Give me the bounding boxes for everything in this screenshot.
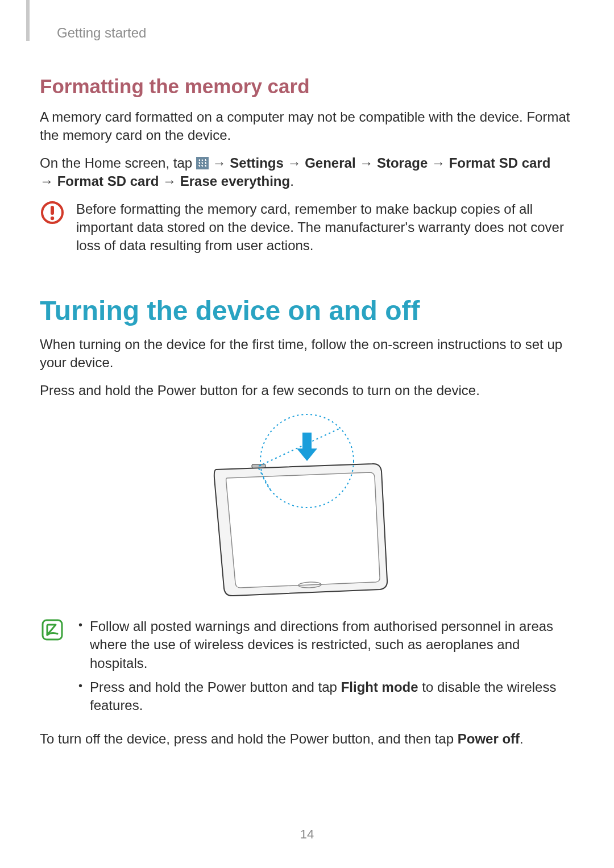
note-item-1: Follow all posted warnings and direction…	[90, 617, 574, 672]
path-end: .	[290, 173, 294, 189]
path-format1: Format SD card	[449, 155, 551, 171]
figure-device-power	[40, 410, 574, 600]
apps-icon	[196, 157, 209, 169]
note-body: Follow all posted warnings and direction…	[76, 617, 574, 721]
path-general: General	[305, 155, 355, 171]
paragraph-format-intro: A memory card formatted on a computer ma…	[40, 108, 574, 145]
note-item-2-b: Flight mode	[341, 679, 418, 695]
svg-marker-9	[297, 448, 317, 461]
svg-rect-1	[51, 206, 54, 215]
svg-point-2	[51, 216, 54, 219]
chapter-title: Getting started	[57, 25, 574, 41]
path-arrow: →	[428, 155, 449, 171]
path-erase: Erase everything	[180, 173, 290, 189]
svg-line-7	[259, 428, 341, 466]
note-item-2-a: Press and hold the Power button and tap	[90, 679, 341, 695]
section-heading-turning: Turning the device on and off	[40, 295, 574, 326]
note-item-2: Press and hold the Power button and tap …	[90, 678, 574, 715]
warning-text: Before formatting the memory card, remem…	[76, 200, 574, 255]
paragraph-power-hold: Press and hold the Power button for a fe…	[40, 381, 574, 400]
path-intro: On the Home screen, tap	[40, 155, 196, 171]
header-tab-mark	[26, 0, 30, 41]
path-arrow: →	[284, 155, 305, 171]
paragraph-power-off: To turn off the device, press and hold t…	[40, 730, 574, 748]
callout-note: Follow all posted warnings and direction…	[40, 617, 574, 721]
note-icon	[40, 617, 65, 642]
path-settings: Settings	[230, 155, 284, 171]
callout-warning: Before formatting the memory card, remem…	[40, 200, 574, 255]
warning-icon	[40, 200, 65, 225]
path-arrow: →	[159, 173, 180, 189]
path-arrow: →	[356, 155, 377, 171]
poweroff-b: Power off	[458, 731, 520, 746]
poweroff-a: To turn off the device, press and hold t…	[40, 731, 458, 746]
path-storage: Storage	[377, 155, 428, 171]
paragraph-format-path: On the Home screen, tap → Settings → Gen…	[40, 154, 574, 191]
paragraph-turnon-intro: When turning on the device for the first…	[40, 335, 574, 372]
manual-page: Getting started Formatting the memory ca…	[0, 0, 614, 868]
path-format2: Format SD card	[57, 173, 159, 189]
path-arrow: →	[209, 155, 230, 171]
page-number: 14	[0, 827, 614, 842]
section-heading-formatting: Formatting the memory card	[40, 75, 574, 98]
svg-rect-8	[302, 433, 312, 448]
poweroff-c: .	[520, 731, 524, 746]
path-arrow: →	[40, 173, 57, 189]
